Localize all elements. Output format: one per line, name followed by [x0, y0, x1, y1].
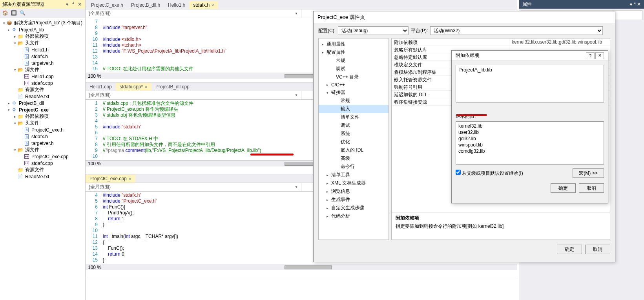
tree-item[interactable]: ▾ProjectC_exe [0, 106, 85, 113]
editor-tab[interactable]: Hello1.cpp [86, 83, 116, 91]
dialog-title: ProjectC_exe 属性页 [314, 11, 615, 23]
deps-textarea[interactable]: ProjectA_lib.lib [456, 65, 604, 102]
solution-toolbar: 🏠 🔲 🔍 [0, 9, 85, 18]
tree-item[interactable]: stdafx.cpp [0, 80, 85, 86]
scope-dropdown[interactable]: (全局范围)▼ [86, 91, 301, 99]
tree-item[interactable]: ▾源文件 [0, 146, 85, 153]
list-item[interactable]: user32.lib [458, 130, 601, 136]
tree-item[interactable]: Hello1.h [0, 46, 85, 53]
macros-button[interactable]: 宏(M) >> [573, 168, 604, 178]
inherit-checkbox-label[interactable]: 从父级或项目默认设置继承(I) [456, 170, 523, 177]
tree-item[interactable]: ProjectC_exe.cpp [0, 153, 85, 160]
hscroll-thumb[interactable] [285, 265, 332, 269]
solution-tree[interactable]: ▾ 解决方案'ProjectA_lib' (3 个项目) ▸ProjectA_l… [0, 18, 85, 300]
tree-item[interactable]: stdafx.h [0, 133, 85, 140]
tree-item[interactable]: 资源文件 [0, 86, 85, 93]
ok-button[interactable]: 确定 [557, 245, 582, 254]
inherited-listbox[interactable]: kernel32.libuser32.libgdi32.libwinspool.… [456, 121, 604, 165]
tree-item[interactable]: stdafx.cpp [0, 160, 85, 166]
property-tree-item[interactable]: 输入 [319, 105, 389, 113]
list-item[interactable]: winspool.lib [458, 142, 601, 148]
property-tree-item[interactable]: ▸C/C++ [319, 81, 389, 88]
property-tree[interactable]: ▸通用属性▾配置属性常规调试VC++ 目录▸C/C++▾链接器常规输入清单文件调… [318, 38, 389, 240]
tree-item[interactable]: ReadMe.txt [0, 93, 85, 100]
property-tree-item[interactable]: 命令行 [319, 163, 389, 171]
property-tree-item[interactable]: ▸代码分析 [319, 212, 389, 220]
solution-explorer-titlebar: 解决方案资源管理器 ▾ ⁴ ✕ [0, 0, 85, 9]
property-tree-item[interactable]: ▸生成事件 [319, 196, 389, 204]
config-label: 配置(C): [318, 27, 336, 34]
document-tab[interactable]: ProjectB_dll.h [127, 1, 164, 9]
tree-item[interactable]: ▸ProjectA_lib [0, 26, 85, 33]
platform-select[interactable]: 活动(Win32) [430, 26, 603, 35]
document-tabs[interactable]: ProjectC_exe.hProjectB_dll.hHello1.hstda… [86, 0, 517, 9]
inherit-checkbox[interactable] [456, 170, 461, 175]
property-grid-row[interactable]: 附加依赖项kernel32.lib;user32.lib;gdi32.lib;w… [392, 38, 610, 46]
panel-controls[interactable]: ▾ ⁴ ✕ [630, 0, 641, 9]
property-tree-item[interactable]: ▾链接器 [319, 88, 389, 97]
property-tree-item[interactable]: 嵌入的 IDL [319, 146, 389, 154]
property-tree-item[interactable]: ▸通用属性 [319, 40, 389, 48]
scope-dropdown[interactable]: (全局范围)▼ [86, 183, 301, 191]
property-tree-item[interactable]: ▸XML 文档生成器 [319, 179, 389, 187]
property-tree-item[interactable]: 调试 [319, 65, 389, 73]
property-tree-item[interactable]: ▾配置属性 [319, 48, 389, 57]
cancel-button[interactable]: 取消 [579, 183, 604, 193]
tree-item[interactable]: ▸外部依赖项 [0, 113, 85, 120]
tree-item[interactable]: 资源文件 [0, 166, 85, 173]
tree-item[interactable]: targetver.h [0, 140, 85, 146]
document-tab[interactable]: stdafx.h ✕ [189, 1, 218, 9]
list-item[interactable]: comdlg32.lib [458, 148, 601, 155]
property-tree-item[interactable]: ▸自定义生成步骤 [319, 204, 389, 212]
property-tree-item[interactable]: 清单文件 [319, 113, 389, 121]
tree-item[interactable]: Hello1.cpp [0, 73, 85, 80]
tree-item[interactable]: ProjectC_exe.h [0, 126, 85, 133]
solution-explorer-panel: 解决方案资源管理器 ▾ ⁴ ✕ 🏠 🔲 🔍 ▾ 解决方案'ProjectA_li… [0, 0, 86, 300]
property-tree-item[interactable]: 常规 [319, 97, 389, 105]
properties-titlebar: 属性 ▾ ⁴ ✕ [519, 0, 644, 9]
property-tree-item[interactable]: 系统 [319, 130, 389, 138]
zoom-level[interactable]: 100 % [88, 73, 101, 79]
property-tree-item[interactable]: ▸浏览信息 [319, 187, 389, 196]
property-tree-item[interactable]: 常规 [319, 57, 389, 65]
help-icon[interactable]: ? [586, 52, 595, 59]
tree-item[interactable]: ReadMe.txt [0, 173, 85, 180]
tree-item[interactable]: ▸外部依赖项 [0, 33, 85, 40]
home-icon[interactable]: 🏠 [2, 10, 9, 16]
tree-item[interactable]: ▾头文件 [0, 120, 85, 126]
document-tab[interactable]: Hello1.h [164, 1, 189, 9]
editor-tab[interactable]: ProjectC_exe.cpp ✕ [86, 175, 135, 183]
close-icon[interactable]: ✕ [144, 85, 148, 89]
config-select[interactable]: 活动(Debug) [338, 26, 409, 35]
editor-tab[interactable]: stdafx.cpp* ✕ [116, 83, 151, 91]
tree-item[interactable]: ▾头文件 [0, 40, 85, 46]
ok-button[interactable]: 确定 [551, 183, 576, 193]
panel-controls[interactable]: ▾ ⁴ ✕ [66, 0, 83, 9]
editor-tab[interactable]: ProjectB_dll.cpp [151, 83, 193, 91]
show-all-icon[interactable]: 🔲 [11, 10, 17, 16]
close-icon[interactable]: ✕ [128, 177, 131, 181]
additional-deps-dialog: 附加依赖项 ? ✕ ProjectA_lib.lib 继承的值: kernel3… [451, 50, 608, 203]
property-tree-item[interactable]: 调试 [319, 121, 389, 130]
scope-dropdown[interactable]: (全局范围)▼ [86, 9, 301, 18]
property-description: 附加依赖项 指定要添加到链接命令行的附加项[例如 kernel32.lib] [392, 212, 610, 240]
cancel-button[interactable]: 取消 [585, 245, 610, 254]
annotation-underline [250, 154, 294, 155]
platform-label: 平台(P): [411, 27, 428, 34]
tree-item[interactable]: ▾源文件 [0, 66, 85, 73]
close-icon[interactable]: ✕ [595, 52, 604, 59]
tree-item[interactable]: targetver.h [0, 60, 85, 66]
property-tree-item[interactable]: ▸清单工具 [319, 171, 389, 179]
property-tree-item[interactable]: VC++ 目录 [319, 73, 389, 81]
popup-title: 附加依赖项 [456, 52, 479, 59]
list-item[interactable]: kernel32.lib [458, 123, 601, 130]
tree-item[interactable]: ▸ProjectB_dll [0, 100, 85, 106]
solution-root[interactable]: ▾ 解决方案'ProjectA_lib' (3 个项目) [0, 20, 85, 26]
document-tab[interactable]: ProjectC_exe.h [87, 1, 127, 9]
property-tree-item[interactable]: 优化 [319, 138, 389, 146]
close-icon[interactable]: ✕ [211, 3, 214, 7]
properties-icon[interactable]: 🔍 [20, 10, 26, 16]
property-tree-item[interactable]: 高级 [319, 154, 389, 163]
list-item[interactable]: gdi32.lib [458, 136, 601, 142]
tree-item[interactable]: stdafx.h [0, 53, 85, 60]
